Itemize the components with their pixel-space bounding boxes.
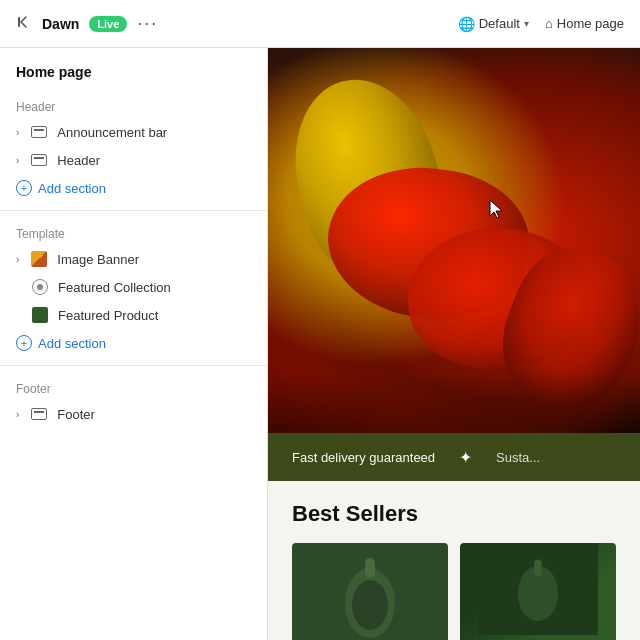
add-section-button-header[interactable]: + Add section (0, 174, 267, 202)
app-name: Dawn (42, 16, 79, 32)
top-bar-left: Dawn Live ··· (16, 13, 158, 34)
breadcrumb: ⌂ Home page (545, 16, 624, 31)
product-card-2[interactable] (460, 543, 616, 640)
featured-product-icon (30, 307, 50, 323)
section-group-header: Header › Announcement bar › Header (0, 92, 267, 202)
product-card-image-2 (460, 543, 616, 640)
live-badge: Live (89, 16, 127, 32)
hero-image (268, 48, 640, 433)
chevron-right-icon: › (16, 127, 19, 138)
canvas-area: Fast delivery guaranteed ✦ Susta... Best… (268, 48, 640, 640)
top-bar-right: 🌐 Default ▾ ⌂ Home page (458, 16, 624, 32)
theme-selector[interactable]: 🌐 Default ▾ (458, 16, 529, 32)
chevron-right-icon: › (16, 409, 19, 420)
featured-collection-icon (30, 279, 50, 295)
default-label: Default (479, 16, 520, 31)
app-window: Dawn Live ··· 🌐 Default ▾ ⌂ Home page Ho… (0, 0, 640, 640)
divider (0, 210, 267, 211)
chevron-right-icon: › (16, 155, 19, 166)
sidebar-item-label: Header (57, 153, 100, 168)
products-grid (292, 543, 616, 640)
sidebar-item-label: Featured Product (58, 308, 158, 323)
sidebar-item-label: Image Banner (57, 252, 139, 267)
sidebar-title: Home page (0, 64, 267, 92)
add-section-button-template[interactable]: + Add section (0, 329, 267, 357)
sidebar-item-label: Announcement bar (57, 125, 167, 140)
main-content: Home page Header › Announcement bar › (0, 48, 640, 640)
svg-rect-7 (534, 560, 541, 577)
section-group-footer: Footer › Footer (0, 374, 267, 428)
add-section-label: Add section (38, 336, 106, 351)
layout-icon (29, 124, 49, 140)
section-group-header-label: Header (0, 92, 267, 118)
sidebar: Home page Header › Announcement bar › (0, 48, 268, 640)
svg-rect-0 (18, 17, 20, 27)
sidebar-item-announcement-bar[interactable]: › Announcement bar (0, 118, 267, 146)
announcement-text-2: Susta... (496, 450, 540, 465)
back-icon[interactable] (16, 14, 32, 34)
svg-point-4 (352, 580, 388, 630)
announcement-bar-preview: Fast delivery guaranteed ✦ Susta... (268, 433, 640, 481)
hero-overlay (268, 373, 640, 433)
sidebar-item-featured-product[interactable]: Featured Product (0, 301, 267, 329)
globe-icon: 🌐 (458, 16, 475, 32)
plus-circle-icon: + (16, 335, 32, 351)
layout-icon (29, 406, 49, 422)
sidebar-item-header[interactable]: › Header (0, 146, 267, 174)
breadcrumb-label: Home page (557, 16, 624, 31)
sidebar-item-label: Footer (57, 407, 95, 422)
section-group-template: Template › Image Banner Featured Collect… (0, 219, 267, 357)
divider (0, 365, 267, 366)
add-section-label: Add section (38, 181, 106, 196)
chevron-down-icon: ▾ (524, 18, 529, 29)
top-bar: Dawn Live ··· 🌐 Default ▾ ⌂ Home page (0, 0, 640, 48)
chevron-right-icon: › (16, 254, 19, 265)
best-sellers-section: Best Sellers (268, 481, 640, 640)
star-icon: ✦ (459, 448, 472, 467)
home-icon: ⌂ (545, 16, 553, 31)
plus-circle-icon: + (16, 180, 32, 196)
image-banner-icon (29, 251, 49, 267)
announcement-text-1: Fast delivery guaranteed (292, 450, 435, 465)
svg-rect-3 (365, 558, 375, 578)
sidebar-item-label: Featured Collection (58, 280, 171, 295)
product-card-1[interactable] (292, 543, 448, 640)
sidebar-item-featured-collection[interactable]: Featured Collection (0, 273, 267, 301)
section-group-template-label: Template (0, 219, 267, 245)
layout-icon (29, 152, 49, 168)
sidebar-item-footer[interactable]: › Footer (0, 400, 267, 428)
preview-wrapper: Fast delivery guaranteed ✦ Susta... Best… (268, 48, 640, 640)
section-group-footer-label: Footer (0, 374, 267, 400)
sidebar-item-image-banner[interactable]: › Image Banner (0, 245, 267, 273)
more-options-button[interactable]: ··· (137, 13, 158, 34)
best-sellers-title: Best Sellers (292, 501, 616, 527)
product-card-image-1 (292, 543, 448, 640)
